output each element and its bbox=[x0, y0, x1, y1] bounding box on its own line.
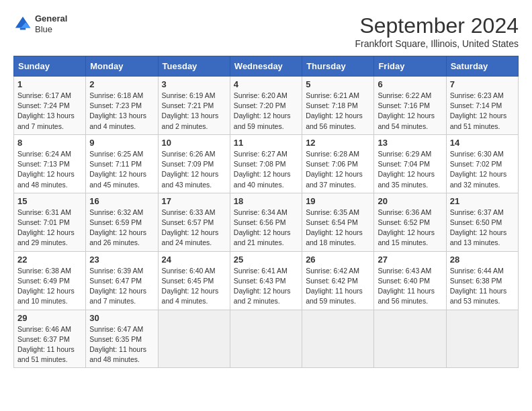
weekday-header-row: SundayMondayTuesdayWednesdayThursdayFrid… bbox=[14, 56, 519, 77]
day-number: 24 bbox=[162, 255, 226, 265]
day-info: Sunrise: 6:44 AMSunset: 6:38 PMDaylight:… bbox=[450, 266, 515, 307]
day-number: 3 bbox=[162, 79, 226, 89]
day-number: 17 bbox=[162, 196, 226, 206]
day-number: 9 bbox=[89, 138, 154, 148]
day-number: 27 bbox=[378, 255, 442, 265]
day-number: 6 bbox=[378, 79, 442, 89]
calendar-cell: 5Sunrise: 6:21 AMSunset: 7:18 PMDaylight… bbox=[302, 77, 374, 135]
logo: General Blue bbox=[13, 13, 67, 34]
calendar-week-row: 22Sunrise: 6:38 AMSunset: 6:49 PMDayligh… bbox=[14, 251, 519, 310]
calendar-cell: 8Sunrise: 6:24 AMSunset: 7:13 PMDaylight… bbox=[14, 134, 86, 193]
day-info: Sunrise: 6:21 AMSunset: 7:18 PMDaylight:… bbox=[306, 91, 370, 132]
calendar-cell bbox=[158, 310, 230, 368]
day-number: 19 bbox=[306, 196, 370, 206]
weekday-header: Friday bbox=[374, 56, 446, 77]
day-info: Sunrise: 6:30 AMSunset: 7:02 PMDaylight:… bbox=[450, 149, 515, 190]
calendar-cell: 24Sunrise: 6:40 AMSunset: 6:45 PMDayligh… bbox=[158, 251, 230, 310]
location-subtitle: Frankfort Square, Illinois, United State… bbox=[355, 38, 519, 49]
calendar-cell: 4Sunrise: 6:20 AMSunset: 7:20 PMDaylight… bbox=[230, 77, 302, 135]
calendar-cell: 29Sunrise: 6:46 AMSunset: 6:37 PMDayligh… bbox=[14, 310, 86, 368]
page-header: General Blue September 2024 Frankfort Sq… bbox=[13, 13, 519, 49]
day-info: Sunrise: 6:43 AMSunset: 6:40 PMDaylight:… bbox=[378, 266, 442, 307]
day-number: 22 bbox=[17, 255, 82, 265]
calendar-cell: 23Sunrise: 6:39 AMSunset: 6:47 PMDayligh… bbox=[86, 251, 158, 310]
calendar-cell bbox=[230, 310, 302, 368]
calendar-cell: 11Sunrise: 6:27 AMSunset: 7:08 PMDayligh… bbox=[230, 134, 302, 193]
day-number: 10 bbox=[162, 138, 226, 148]
day-number: 11 bbox=[234, 138, 298, 148]
day-number: 21 bbox=[450, 196, 515, 206]
day-number: 14 bbox=[450, 138, 515, 148]
day-info: Sunrise: 6:36 AMSunset: 6:52 PMDaylight:… bbox=[378, 208, 442, 248]
calendar-cell: 14Sunrise: 6:30 AMSunset: 7:02 PMDayligh… bbox=[446, 134, 518, 193]
weekday-header: Saturday bbox=[446, 56, 518, 77]
day-number: 20 bbox=[378, 196, 442, 206]
day-info: Sunrise: 6:24 AMSunset: 7:13 PMDaylight:… bbox=[17, 149, 82, 190]
calendar-cell: 21Sunrise: 6:37 AMSunset: 6:50 PMDayligh… bbox=[446, 193, 518, 251]
day-info: Sunrise: 6:17 AMSunset: 7:24 PMDaylight:… bbox=[17, 91, 82, 132]
day-info: Sunrise: 6:32 AMSunset: 6:59 PMDaylight:… bbox=[89, 208, 154, 248]
day-number: 13 bbox=[378, 138, 442, 148]
calendar-cell bbox=[302, 310, 374, 368]
day-number: 7 bbox=[450, 79, 515, 89]
day-info: Sunrise: 6:20 AMSunset: 7:20 PMDaylight:… bbox=[234, 91, 298, 132]
day-number: 8 bbox=[17, 138, 82, 148]
day-info: Sunrise: 6:27 AMSunset: 7:08 PMDaylight:… bbox=[234, 149, 298, 190]
day-info: Sunrise: 6:19 AMSunset: 7:21 PMDaylight:… bbox=[162, 91, 226, 132]
calendar-cell: 16Sunrise: 6:32 AMSunset: 6:59 PMDayligh… bbox=[86, 193, 158, 251]
calendar-cell: 12Sunrise: 6:28 AMSunset: 7:06 PMDayligh… bbox=[302, 134, 374, 193]
day-info: Sunrise: 6:28 AMSunset: 7:06 PMDaylight:… bbox=[306, 149, 370, 190]
weekday-header: Thursday bbox=[302, 56, 374, 77]
calendar-cell: 3Sunrise: 6:19 AMSunset: 7:21 PMDaylight… bbox=[158, 77, 230, 135]
calendar-week-row: 15Sunrise: 6:31 AMSunset: 7:01 PMDayligh… bbox=[14, 193, 519, 251]
day-info: Sunrise: 6:22 AMSunset: 7:16 PMDaylight:… bbox=[378, 91, 442, 132]
day-number: 16 bbox=[89, 196, 154, 206]
logo-icon bbox=[13, 15, 32, 34]
day-info: Sunrise: 6:39 AMSunset: 6:47 PMDaylight:… bbox=[89, 266, 154, 307]
day-info: Sunrise: 6:29 AMSunset: 7:04 PMDaylight:… bbox=[378, 149, 442, 190]
day-info: Sunrise: 6:26 AMSunset: 7:09 PMDaylight:… bbox=[162, 149, 226, 190]
day-info: Sunrise: 6:34 AMSunset: 6:56 PMDaylight:… bbox=[234, 208, 298, 248]
day-info: Sunrise: 6:42 AMSunset: 6:42 PMDaylight:… bbox=[306, 266, 370, 307]
calendar-cell: 19Sunrise: 6:35 AMSunset: 6:54 PMDayligh… bbox=[302, 193, 374, 251]
calendar-cell bbox=[374, 310, 446, 368]
day-number: 18 bbox=[234, 196, 298, 206]
calendar-table: SundayMondayTuesdayWednesdayThursdayFrid… bbox=[13, 56, 519, 368]
day-number: 26 bbox=[306, 255, 370, 265]
day-info: Sunrise: 6:31 AMSunset: 7:01 PMDaylight:… bbox=[17, 208, 82, 248]
weekday-header: Tuesday bbox=[158, 56, 230, 77]
day-number: 15 bbox=[17, 196, 82, 206]
day-info: Sunrise: 6:38 AMSunset: 6:49 PMDaylight:… bbox=[17, 266, 82, 307]
day-info: Sunrise: 6:47 AMSunset: 6:35 PMDaylight:… bbox=[89, 324, 154, 365]
day-info: Sunrise: 6:35 AMSunset: 6:54 PMDaylight:… bbox=[306, 208, 370, 248]
calendar-cell: 26Sunrise: 6:42 AMSunset: 6:42 PMDayligh… bbox=[302, 251, 374, 310]
weekday-header: Sunday bbox=[14, 56, 86, 77]
calendar-cell: 17Sunrise: 6:33 AMSunset: 6:57 PMDayligh… bbox=[158, 193, 230, 251]
month-title: September 2024 bbox=[355, 13, 519, 38]
day-number: 29 bbox=[17, 313, 82, 323]
calendar-cell: 25Sunrise: 6:41 AMSunset: 6:43 PMDayligh… bbox=[230, 251, 302, 310]
svg-rect-2 bbox=[20, 28, 26, 30]
day-info: Sunrise: 6:37 AMSunset: 6:50 PMDaylight:… bbox=[450, 208, 515, 248]
day-info: Sunrise: 6:46 AMSunset: 6:37 PMDaylight:… bbox=[17, 324, 82, 365]
logo-text: General Blue bbox=[35, 13, 67, 34]
calendar-cell: 22Sunrise: 6:38 AMSunset: 6:49 PMDayligh… bbox=[14, 251, 86, 310]
day-number: 23 bbox=[89, 255, 154, 265]
calendar-cell: 9Sunrise: 6:25 AMSunset: 7:11 PMDaylight… bbox=[86, 134, 158, 193]
weekday-header: Monday bbox=[86, 56, 158, 77]
day-info: Sunrise: 6:23 AMSunset: 7:14 PMDaylight:… bbox=[450, 91, 515, 132]
day-number: 25 bbox=[234, 255, 298, 265]
calendar-cell: 6Sunrise: 6:22 AMSunset: 7:16 PMDaylight… bbox=[374, 77, 446, 135]
calendar-cell: 27Sunrise: 6:43 AMSunset: 6:40 PMDayligh… bbox=[374, 251, 446, 310]
title-area: September 2024 Frankfort Square, Illinoi… bbox=[355, 13, 519, 49]
calendar-week-row: 1Sunrise: 6:17 AMSunset: 7:24 PMDaylight… bbox=[14, 77, 519, 135]
calendar-cell bbox=[446, 310, 518, 368]
weekday-header: Wednesday bbox=[230, 56, 302, 77]
day-number: 12 bbox=[306, 138, 370, 148]
day-info: Sunrise: 6:40 AMSunset: 6:45 PMDaylight:… bbox=[162, 266, 226, 307]
calendar-cell: 30Sunrise: 6:47 AMSunset: 6:35 PMDayligh… bbox=[86, 310, 158, 368]
day-number: 4 bbox=[234, 79, 298, 89]
calendar-week-row: 29Sunrise: 6:46 AMSunset: 6:37 PMDayligh… bbox=[14, 310, 519, 368]
day-number: 1 bbox=[17, 79, 82, 89]
day-info: Sunrise: 6:33 AMSunset: 6:57 PMDaylight:… bbox=[162, 208, 226, 248]
